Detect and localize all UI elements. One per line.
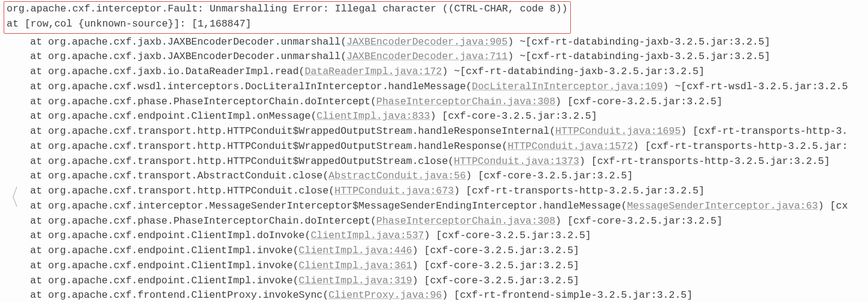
stack-frame: at org.apache.cxf.transport.http.HTTPCon… (4, 154, 868, 169)
frame-source-link[interactable]: ClientImpl.java:833 (316, 110, 430, 122)
stack-frame: at org.apache.cxf.wsdl.interceptors.DocL… (4, 80, 868, 95)
frame-jar: ) ~[cxf-rt-wsdl-3.2.5.jar:3.2.5 (663, 81, 848, 92)
frame-source-link[interactable]: JAXBEncoderDecoder.java:905 (347, 36, 508, 48)
frame-method: at org.apache.cxf.transport.http.HTTPCon… (30, 140, 508, 152)
stack-frames: at org.apache.cxf.jaxb.JAXBEncoderDecode… (4, 35, 868, 303)
frame-source-link[interactable]: ClientProxy.java:96 (329, 289, 442, 301)
stack-frame: at org.apache.cxf.phase.PhaseInterceptor… (4, 214, 868, 229)
frame-method: at org.apache.cxf.endpoint.ClientImpl.in… (30, 260, 299, 271)
frame-source-link[interactable]: ClientImpl.java:361 (299, 260, 412, 271)
frame-source-link[interactable]: HTTPConduit.java:1373 (454, 156, 579, 167)
frame-method: at org.apache.cxf.transport.http.HTTPCon… (30, 156, 454, 167)
frame-method: at org.apache.cxf.jaxb.JAXBEncoderDecode… (30, 36, 347, 48)
frame-method: at org.apache.cxf.jaxb.JAXBEncoderDecode… (30, 51, 347, 62)
frame-method: at org.apache.cxf.endpoint.ClientImpl.in… (30, 275, 299, 286)
frame-source-link[interactable]: HTTPConduit.java:1695 (555, 125, 681, 137)
stack-frame: at org.apache.cxf.transport.http.HTTPCon… (4, 139, 868, 154)
frame-jar: ) [cxf-rt-transports-http-3.2.5.jar:3.2.… (454, 185, 705, 197)
frame-source-link[interactable]: HTTPConduit.java:673 (335, 185, 454, 197)
frame-method: at org.apache.cxf.phase.PhaseInterceptor… (30, 96, 376, 107)
frame-method: at org.apache.cxf.endpoint.ClientImpl.on… (30, 110, 316, 122)
stack-frame: at org.apache.cxf.jaxb.JAXBEncoderDecode… (4, 35, 868, 50)
frame-method: at org.apache.cxf.interceptor.MessageSen… (30, 200, 627, 212)
stack-frame: at org.apache.cxf.transport.http.HTTPCon… (4, 184, 868, 199)
frame-jar: ) [cxf-core-3.2.5.jar:3.2.5] (555, 215, 722, 227)
frame-method: at org.apache.cxf.transport.http.HTTPCon… (30, 185, 335, 197)
frame-source-link[interactable]: ClientImpl.java:537 (310, 230, 424, 241)
stack-frame: at org.apache.cxf.transport.AbstractCond… (4, 169, 868, 184)
frame-source-link[interactable]: ClientImpl.java:446 (299, 245, 412, 256)
frame-jar: ) [cx (818, 200, 848, 212)
exception-location: at [row,col {unknown-source}]: [1,168847… (7, 17, 568, 32)
frame-source-link[interactable]: JAXBEncoderDecoder.java:711 (347, 51, 508, 62)
frame-method: at org.apache.cxf.jaxb.io.DataReaderImpl… (30, 66, 304, 77)
frame-source-link[interactable]: AbstractConduit.java:56 (329, 170, 466, 181)
stack-frame: at org.apache.cxf.jaxb.io.DataReaderImpl… (4, 64, 868, 80)
frame-jar: ) ~[cxf-rt-databinding-jaxb-3.2.5.jar:3.… (442, 66, 705, 77)
frame-jar: ) [cxf-rt-frontend-simple-3.2.5.jar:3.2.… (442, 289, 693, 301)
stack-frame: at org.apache.cxf.phase.PhaseInterceptor… (4, 95, 868, 110)
stack-frame: at org.apache.cxf.endpoint.ClientImpl.in… (4, 244, 868, 259)
frame-method: at org.apache.cxf.phase.PhaseInterceptor… (30, 215, 376, 227)
stacktrace-panel: 〈 org.apache.cxf.interceptor.Fault: Unma… (0, 0, 868, 302)
frame-jar: ) [cxf-core-3.2.5.jar:3.2.5] (430, 110, 597, 122)
frame-method: at org.apache.cxf.frontend.ClientProxy.i… (30, 289, 329, 301)
stack-frame: at org.apache.cxf.transport.http.HTTPCon… (4, 124, 868, 139)
stack-frame: at org.apache.cxf.endpoint.ClientImpl.do… (4, 228, 868, 244)
frame-jar: ) [cxf-core-3.2.5.jar:3.2.5] (555, 96, 722, 107)
frame-jar: ) [cxf-rt-transports-http-3. (681, 125, 848, 137)
frame-source-link[interactable]: PhaseInterceptorChain.java:308 (376, 96, 555, 107)
frame-jar: ) [cxf-core-3.2.5.jar:3.2.5] (424, 230, 591, 241)
frame-method: at org.apache.cxf.endpoint.ClientImpl.do… (30, 230, 310, 241)
frame-source-link[interactable]: HTTPConduit.java:1572 (508, 140, 633, 152)
frame-jar: ) [cxf-rt-transports-http-3.2.5.jar:3.2.… (579, 156, 830, 167)
frame-jar: ) [cxf-core-3.2.5.jar:3.2.5] (412, 260, 579, 271)
frame-source-link[interactable]: ClientImpl.java:319 (299, 275, 412, 286)
frame-source-link[interactable]: DataReaderImpl.java:172 (304, 66, 442, 77)
exception-header: org.apache.cxf.interceptor.Fault: Unmars… (4, 1, 571, 34)
frame-method: at org.apache.cxf.endpoint.ClientImpl.in… (30, 245, 299, 256)
stack-frame: at org.apache.cxf.endpoint.ClientImpl.on… (4, 109, 868, 124)
frame-method: at org.apache.cxf.transport.http.HTTPCon… (30, 125, 555, 137)
stack-frame: at org.apache.cxf.endpoint.ClientImpl.in… (4, 259, 868, 274)
stack-frame: at org.apache.cxf.interceptor.MessageSen… (4, 199, 868, 214)
frame-method: at org.apache.cxf.wsdl.interceptors.DocL… (30, 81, 472, 92)
frame-method: at org.apache.cxf.transport.AbstractCond… (30, 170, 329, 181)
frame-jar: ) [cxf-core-3.2.5.jar:3.2.5] (466, 170, 633, 181)
stack-frame: at org.apache.cxf.jaxb.JAXBEncoderDecode… (4, 49, 868, 64)
frame-source-link[interactable]: PhaseInterceptorChain.java:308 (376, 215, 555, 227)
frame-jar: ) [cxf-core-3.2.5.jar:3.2.5] (412, 275, 579, 286)
frame-jar: ) [cxf-core-3.2.5.jar:3.2.5] (412, 245, 579, 256)
stack-frame: at org.apache.cxf.frontend.ClientProxy.i… (4, 288, 868, 302)
frame-source-link[interactable]: MessageSenderInterceptor.java:63 (627, 200, 818, 212)
frame-source-link[interactable]: DocLiteralInInterceptor.java:109 (472, 81, 663, 92)
frame-jar: ) [cxf-rt-transports-http-3.2.5.jar: (633, 140, 848, 152)
exception-message: org.apache.cxf.interceptor.Fault: Unmars… (7, 2, 568, 17)
prev-arrow-icon[interactable]: 〈 (1, 182, 19, 216)
stack-frame: at org.apache.cxf.endpoint.ClientImpl.in… (4, 274, 868, 289)
frame-jar: ) ~[cxf-rt-databinding-jaxb-3.2.5.jar:3.… (508, 51, 770, 62)
frame-jar: ) ~[cxf-rt-databinding-jaxb-3.2.5.jar:3.… (508, 36, 770, 48)
